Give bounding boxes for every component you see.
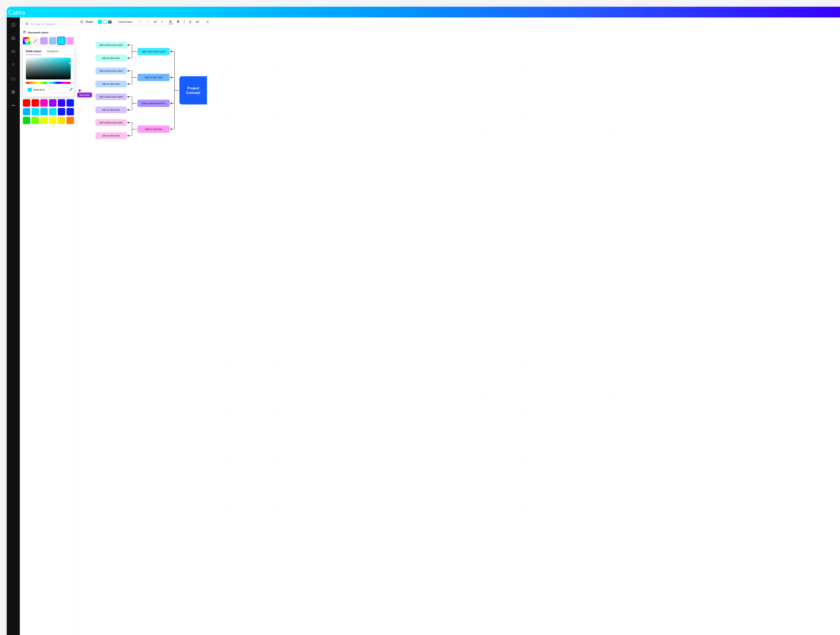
doc-swatch-cyan[interactable] (58, 37, 65, 44)
svg-point-5 (12, 91, 13, 91)
default-swatch[interactable] (66, 117, 74, 124)
default-swatch[interactable] (40, 108, 48, 115)
svg-point-8 (12, 92, 13, 92)
color-picker-popover: Solid colour Gradient (23, 47, 74, 96)
default-swatch[interactable] (32, 117, 39, 124)
text-icon[interactable] (11, 63, 16, 68)
svg-line-18 (28, 24, 28, 25)
default-swatch[interactable] (23, 99, 30, 107)
font-size-value[interactable]: 50 (152, 20, 159, 23)
hue-slider[interactable] (26, 82, 71, 84)
separator (114, 19, 114, 24)
main-row: Document colors Solid colour Gradient (7, 17, 840, 635)
default-swatch[interactable] (49, 99, 57, 107)
leaf-node[interactable]: Add an idea here (95, 132, 127, 139)
doc-swatch-lavender[interactable] (40, 37, 48, 44)
no-color-swatch[interactable] (32, 37, 39, 44)
tab-solid-colour[interactable]: Solid colour (26, 50, 41, 55)
separator (95, 19, 96, 24)
leaf-node[interactable]: Add a discussion point (95, 93, 127, 100)
text-color-bar (168, 24, 173, 24)
svg-point-7 (14, 91, 14, 91)
text-case-button[interactable]: aA (195, 19, 200, 25)
color-side-panel: Document colors Solid colour Gradient (20, 17, 77, 635)
svg-point-19 (24, 32, 24, 32)
branch-node[interactable]: State a reminder (137, 126, 170, 133)
svg-point-20 (24, 32, 25, 32)
doc-swatch-pink[interactable] (66, 37, 74, 44)
palette-icon (23, 31, 26, 35)
default-swatch[interactable] (58, 117, 65, 124)
svg-point-17 (26, 22, 28, 24)
templates-icon[interactable] (11, 22, 16, 27)
shape-icon[interactable] (79, 19, 84, 25)
underline-button[interactable]: U (188, 19, 193, 25)
svg-point-10 (14, 92, 14, 92)
fill-color-button[interactable] (98, 20, 102, 24)
stroke-color-button[interactable] (103, 20, 107, 24)
default-swatch[interactable] (32, 99, 39, 107)
leaf-node[interactable]: Add a discussion point (95, 68, 127, 74)
svg-rect-4 (12, 38, 13, 40)
leaf-node[interactable]: Add an idea here (95, 55, 127, 61)
decrease-size-button[interactable]: − (146, 19, 152, 25)
whiteboard-canvas[interactable]: Add a discussion pointAdd an idea hereAd… (77, 26, 840, 635)
uploads-icon[interactable] (11, 49, 16, 54)
search-icon (25, 22, 29, 26)
elements-icon[interactable] (11, 36, 16, 41)
more-icon[interactable] (11, 103, 16, 108)
document-colors-label: Document colors (28, 31, 49, 34)
default-swatch[interactable] (40, 117, 48, 124)
tab-gradient[interactable]: Gradient (47, 50, 58, 55)
font-family-select[interactable]: Canva Sans (117, 19, 143, 25)
stroke-style-button[interactable] (108, 20, 112, 24)
text-color-button[interactable]: A (167, 19, 174, 25)
hue-handle[interactable] (47, 82, 49, 84)
shape-label: Shape (85, 20, 93, 24)
svg-point-21 (25, 32, 25, 32)
default-swatch[interactable] (66, 99, 74, 107)
hex-chip (28, 88, 32, 92)
root-node[interactable]: Project Concept (179, 76, 207, 104)
doc-swatch-lightblue[interactable] (49, 37, 57, 44)
default-swatch[interactable] (32, 108, 39, 115)
svg-point-14 (12, 105, 13, 106)
hex-input[interactable] (33, 88, 65, 91)
hex-input-wrap[interactable] (26, 86, 67, 93)
leaf-node[interactable]: Add an idea here (95, 107, 127, 113)
default-swatch[interactable] (58, 99, 65, 107)
bold-button[interactable]: B (176, 19, 180, 25)
default-swatch[interactable] (66, 108, 74, 115)
leaf-node[interactable]: Add a discussion point (95, 119, 127, 126)
increase-size-button[interactable]: + (159, 19, 165, 25)
align-button[interactable] (205, 19, 210, 25)
separator (202, 19, 203, 24)
default-swatch-grid (23, 99, 74, 124)
default-swatch[interactable] (49, 108, 57, 115)
default-swatch[interactable] (23, 108, 30, 115)
default-swatch[interactable] (58, 108, 65, 115)
default-swatch[interactable] (40, 99, 48, 107)
color-search-input[interactable] (30, 23, 71, 25)
branch-node[interactable]: Add a discussion point (137, 48, 170, 55)
add-color-swatch[interactable] (23, 37, 30, 44)
apps-icon[interactable] (11, 90, 16, 95)
saturation-value-panel[interactable] (26, 58, 71, 79)
default-swatch[interactable] (23, 117, 30, 124)
app-window: Canva (7, 7, 840, 635)
leaf-node[interactable]: Add an idea here (95, 80, 127, 87)
branch-node[interactable]: State potential blockers (137, 99, 170, 107)
italic-button[interactable]: I (183, 19, 186, 25)
svg-point-22 (81, 20, 83, 23)
fill-controls (98, 20, 112, 24)
svg-point-11 (12, 93, 13, 93)
color-search[interactable] (23, 20, 74, 28)
leaf-node[interactable]: Add a discussion point (95, 42, 127, 48)
branch-node[interactable]: Add an idea here (137, 74, 170, 81)
svg-point-6 (13, 91, 13, 91)
sv-handle[interactable] (68, 62, 71, 64)
font-size-stepper[interactable]: − 50 + (145, 19, 165, 25)
default-swatch[interactable] (49, 117, 57, 124)
projects-icon[interactable] (11, 76, 16, 81)
eyedropper-button[interactable] (69, 88, 73, 92)
